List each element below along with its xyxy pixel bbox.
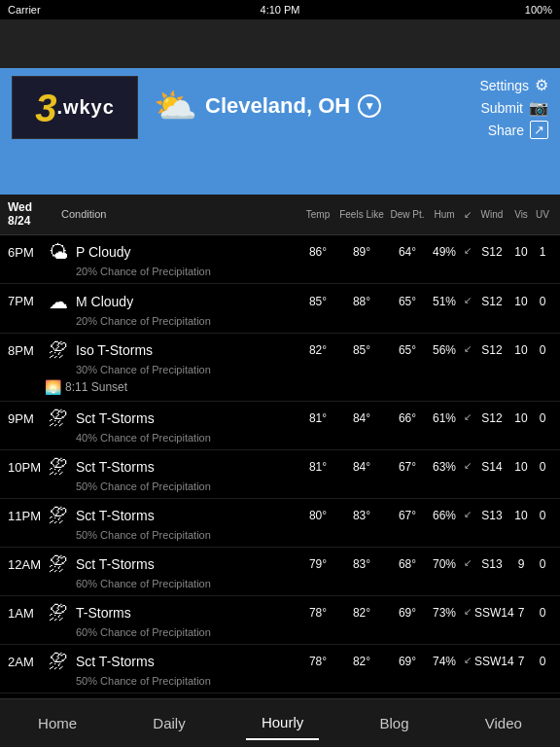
sunset-row: 🌅 8:11 Sunset xyxy=(45,379,552,395)
weekday-label: Wed xyxy=(8,200,32,214)
bottom-navigation: HomeDailyHourlyBlogVideo xyxy=(0,698,560,747)
row-hum: 73% xyxy=(428,606,461,620)
settings-label: Settings xyxy=(479,78,529,93)
location-dropdown-button[interactable]: ▼ xyxy=(358,94,381,118)
row-uv: 0 xyxy=(533,509,552,522)
row-data: 80° 83° 67° 66% ↙ S13 10 0 xyxy=(299,509,552,522)
row-uv: 1 xyxy=(533,245,552,259)
sunset-icon: 🌅 xyxy=(45,379,61,395)
row-temp: 78° xyxy=(299,606,336,620)
row-dew: 69° xyxy=(387,606,428,620)
row-condition: P Cloudy xyxy=(76,244,299,260)
row-feels: 84° xyxy=(336,460,387,474)
row-weather-icon: ⛈ xyxy=(45,339,72,362)
row-precip: 60% Chance of Precipitation xyxy=(76,578,552,589)
row-time: 11PM xyxy=(8,509,45,523)
row-weather-icon: ⛈ xyxy=(45,408,72,430)
hum-header: Hum xyxy=(428,209,461,220)
row-precip: 30% Chance of Precipitation xyxy=(76,364,552,375)
column-headers: Wed 8/24 Condition Temp Feels Like Dew P… xyxy=(0,195,560,235)
row-condition: Sct T-Storms xyxy=(76,410,299,426)
share-button[interactable]: Share ↗ xyxy=(479,121,548,139)
row-data: 86° 89° 64° 49% ↙ S12 10 1 xyxy=(299,245,552,259)
condition-header: Condition xyxy=(61,208,299,220)
share-label: Share xyxy=(488,123,524,138)
row-wind-dir-icon: ↙ xyxy=(461,343,474,357)
row-temp: 78° xyxy=(299,655,336,668)
row-uv: 0 xyxy=(533,460,552,474)
row-hum: 66% xyxy=(428,509,461,522)
row-feels: 82° xyxy=(336,606,387,620)
row-time: 1AM xyxy=(8,606,45,621)
row-precip: 60% Chance of Precipitation xyxy=(76,626,552,638)
row-feels: 85° xyxy=(336,343,387,357)
nav-item-video[interactable]: Video xyxy=(470,707,538,739)
battery-label: 100% xyxy=(525,4,552,16)
row-data: 79° 83° 68° 70% ↙ S13 9 0 xyxy=(299,557,552,571)
row-dew: 69° xyxy=(387,655,428,668)
row-time: 8PM xyxy=(8,343,45,358)
date-header: Wed 8/24 xyxy=(8,200,61,229)
share-icon: ↗ xyxy=(530,121,548,139)
row-precip: 50% Chance of Precipitation xyxy=(76,675,552,687)
row-wind-dir-icon: ↙ xyxy=(461,295,474,308)
row-main: 9PM ⛈ Sct T-Storms 81° 84° 66° 61% ↙ S12… xyxy=(8,408,552,430)
settings-button[interactable]: Settings ⚙ xyxy=(479,76,548,94)
station-logo: 3 .wkyc xyxy=(12,76,138,139)
row-temp: 80° xyxy=(299,509,336,522)
row-dew: 66° xyxy=(387,411,428,425)
row-feels: 84° xyxy=(336,411,387,425)
row-feels: 83° xyxy=(336,557,387,571)
row-dew: 65° xyxy=(387,295,428,308)
row-time: 10PM xyxy=(8,460,45,475)
row-time: 9PM xyxy=(8,411,45,426)
row-vis: 10 xyxy=(509,343,533,357)
row-feels: 89° xyxy=(336,245,387,259)
nav-item-blog[interactable]: Blog xyxy=(364,707,424,739)
nav-item-hourly[interactable]: Hourly xyxy=(246,706,319,740)
submit-button[interactable]: Submit 📷 xyxy=(479,98,548,117)
location-area: ⛅ Cleveland, OH ▼ xyxy=(154,86,381,126)
row-time: 12AM xyxy=(8,557,45,572)
row-precip: 20% Chance of Precipitation xyxy=(76,315,552,327)
camera-icon: 📷 xyxy=(529,98,548,117)
row-time: 7PM xyxy=(8,294,45,308)
row-temp: 85° xyxy=(299,295,336,308)
row-precip: 50% Chance of Precipitation xyxy=(76,529,552,541)
row-uv: 0 xyxy=(533,411,552,425)
row-wind-dir-icon: ↙ xyxy=(461,460,474,474)
row-wind: S14 xyxy=(474,460,509,474)
table-row: 7PM ☁ M Cloudy 85° 88° 65° 51% ↙ S12 10 … xyxy=(0,284,560,334)
row-main: 6PM 🌤 P Cloudy 86° 89° 64° 49% ↙ S12 10 … xyxy=(8,241,552,264)
row-hum: 70% xyxy=(428,557,461,571)
row-uv: 0 xyxy=(533,606,552,620)
table-row: 1AM ⛈ T-Storms 78° 82° 69° 73% ↙ SSW14 7… xyxy=(0,596,560,645)
nav-item-home[interactable]: Home xyxy=(22,707,92,739)
row-condition: T-Storms xyxy=(76,605,299,621)
weather-rows-container: 6PM 🌤 P Cloudy 86° 89° 64° 49% ↙ S12 10 … xyxy=(0,235,560,704)
row-vis: 10 xyxy=(509,509,533,522)
row-uv: 0 xyxy=(533,295,552,308)
data-columns-header: Temp Feels Like Dew Pt. Hum ↙ Wind Vis U… xyxy=(299,209,552,220)
row-hum: 49% xyxy=(428,245,461,259)
row-data: 78° 82° 69° 74% ↙ SSW14 7 0 xyxy=(299,655,552,668)
time-label: 4:10 PM xyxy=(261,4,300,16)
row-wind-dir-icon: ↙ xyxy=(461,655,474,668)
row-vis: 10 xyxy=(509,411,533,425)
row-hum: 63% xyxy=(428,460,461,474)
date-label: 8/24 xyxy=(8,214,30,228)
row-vis: 7 xyxy=(509,655,533,668)
row-hum: 74% xyxy=(428,655,461,668)
row-temp: 81° xyxy=(299,411,336,425)
row-temp: 81° xyxy=(299,460,336,474)
row-uv: 0 xyxy=(533,557,552,571)
table-row: 2AM ⛈ Sct T-Storms 78° 82° 69° 74% ↙ SSW… xyxy=(0,645,560,694)
row-time: 6PM xyxy=(8,245,45,260)
wind-header: Wind xyxy=(474,209,509,220)
row-condition: Sct T-Storms xyxy=(76,508,299,523)
row-wind-dir-icon: ↙ xyxy=(461,606,474,620)
nav-item-daily[interactable]: Daily xyxy=(137,707,200,739)
row-main: 2AM ⛈ Sct T-Storms 78° 82° 69° 74% ↙ SSW… xyxy=(8,651,552,673)
row-precip: 50% Chance of Precipitation xyxy=(76,480,552,492)
row-wind: S12 xyxy=(474,411,509,425)
